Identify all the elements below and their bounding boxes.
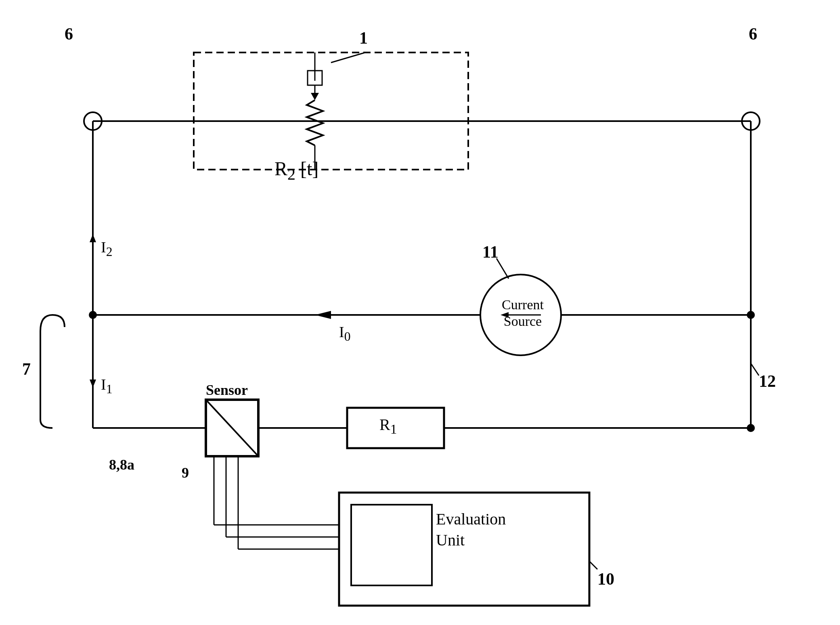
- label-r1: R1: [379, 415, 397, 437]
- svg-point-44: [747, 311, 755, 319]
- svg-point-43: [89, 311, 97, 319]
- label-sensor: Sensor: [206, 382, 248, 398]
- label-i2: I2: [101, 238, 112, 259]
- label-12: 12: [759, 371, 776, 391]
- label-1: 1: [359, 28, 368, 48]
- label-current-source: CurrentSource: [492, 297, 553, 330]
- svg-marker-27: [90, 380, 96, 388]
- svg-line-42: [589, 561, 597, 569]
- label-i1: I1: [101, 375, 112, 396]
- svg-rect-32: [351, 505, 432, 585]
- svg-point-45: [747, 424, 755, 432]
- label-8-8a: 8,8a: [109, 456, 134, 473]
- label-11: 11: [482, 242, 499, 262]
- label-r2: R2 [t]: [274, 157, 318, 184]
- label-i0: I0: [339, 323, 350, 344]
- svg-line-39: [331, 52, 365, 63]
- svg-line-41: [751, 363, 759, 375]
- label-10: 10: [597, 569, 614, 589]
- label-6-right: 6: [749, 24, 757, 44]
- svg-line-29: [206, 400, 258, 456]
- svg-marker-18: [311, 93, 319, 100]
- svg-marker-8: [315, 311, 331, 319]
- label-6-left: 6: [65, 24, 73, 44]
- label-evaluation-unit: EvaluationUnit: [436, 509, 506, 551]
- svg-marker-25: [90, 234, 96, 242]
- label-9: 9: [182, 464, 189, 481]
- svg-rect-14: [194, 52, 468, 170]
- label-7: 7: [22, 359, 31, 379]
